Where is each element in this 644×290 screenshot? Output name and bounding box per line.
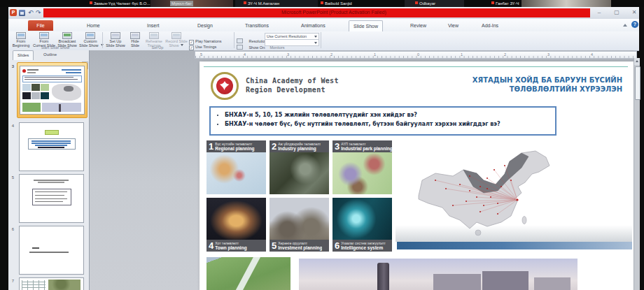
thumb-graphic <box>232 257 260 290</box>
question-bullet: БНХАУ-н чөлөөт бүс, бүс нутгийн төлөвлөл… <box>225 119 555 129</box>
thumb-graphic <box>41 92 49 99</box>
resolution-setting: Resolution: <box>237 33 268 38</box>
scrollbar-thumb[interactable] <box>635 66 640 100</box>
ruler-number: 3 <box>287 52 289 57</box>
slide-thumbnail-4[interactable] <box>19 122 84 171</box>
thumb-graphic <box>38 147 64 148</box>
maximize-button[interactable]: ▢ <box>609 8 624 17</box>
planning-cell-intelligence[interactable]: 6 Ухаалаг систем хөгжүүлэлтIntelligence … <box>332 198 392 252</box>
slide-gradient-band <box>396 225 632 242</box>
ribbon-tab-transitions[interactable]: Transitions <box>241 20 273 31</box>
academy-logo <box>211 72 239 100</box>
participant-name: Ганбат ЗҮ-Ч <box>491 1 519 6</box>
slide-number: 3 <box>8 64 14 68</box>
thumb-graphic <box>22 103 41 112</box>
thumb-graphic <box>31 143 71 144</box>
thumb-graphic <box>31 84 40 91</box>
panel-tab-slides[interactable]: Slides <box>13 50 34 60</box>
slide-number: 6 <box>8 227 14 231</box>
slide-thumbnail-7[interactable] <box>19 277 84 290</box>
thumb-graphic <box>41 84 49 91</box>
org-name[interactable]: China Academy of West Region Development <box>246 76 339 94</box>
building-graphic <box>534 277 570 290</box>
planning-cell-regional[interactable]: 1 Бүс нутгийн төлөвлөлтRegional planning <box>206 140 266 194</box>
monitor-icon <box>85 32 95 39</box>
thumb-graphic <box>42 103 81 112</box>
eco-city-photo[interactable] <box>206 257 290 290</box>
slide-thumbnail-5[interactable] <box>19 174 84 223</box>
ruler-number: 2 <box>504 52 506 57</box>
ribbon-slide-show: From Beginning From Current Slide Broadc… <box>8 31 639 51</box>
planning-label: 4 Хот төлөвлөлтTown planning <box>206 240 266 252</box>
dropdown-arrow-icon <box>314 36 317 38</box>
slide-thumbnail-6[interactable] <box>19 226 84 275</box>
participant-name: Odbayar <box>415 1 435 6</box>
hide-slide-icon <box>130 32 140 39</box>
group-label-monitors: Monitors <box>237 45 318 50</box>
question-box[interactable]: БНХАУ-н 5, 10, 15 жилийн төлөвлөлтүүдийг… <box>209 106 556 136</box>
building-graphic <box>482 271 528 290</box>
timer-icon <box>149 32 159 39</box>
planning-cell-investment[interactable]: 5 Хөрөнгө оруулалтInvestment planning <box>270 198 329 252</box>
logo-emblem <box>216 78 233 94</box>
thumb-graphic <box>66 72 81 73</box>
record-icon <box>172 32 181 39</box>
ruler-number: 5 <box>200 52 202 57</box>
thumb-graphic <box>31 140 71 142</box>
close-button[interactable]: ✕ <box>626 8 642 17</box>
city-skyline-photo[interactable] <box>299 259 578 290</box>
vertical-scrollbar[interactable] <box>634 58 640 290</box>
monitor-icon <box>16 32 26 39</box>
ribbon-tab-view[interactable]: View <box>444 20 463 31</box>
minimize-button[interactable]: – <box>592 8 607 17</box>
ribbon-tab-add-ins[interactable]: Add-Ins <box>477 20 503 31</box>
dropdown-arrow-icon <box>314 42 317 44</box>
planning-cell-town[interactable]: 4 Хот төлөвлөлтTown planning <box>206 198 266 252</box>
thumb-graphic <box>35 195 64 196</box>
ribbon-tab-review[interactable]: Review <box>406 20 430 31</box>
group-label-start-slide-show: Start Slide Show <box>10 45 101 50</box>
screen-edge-right <box>639 7 644 290</box>
slide-thumbnail-3-selected[interactable] <box>17 62 88 118</box>
ribbon-tab-design[interactable]: Design <box>193 20 217 31</box>
thumb-graphic <box>45 130 59 135</box>
ruler-number: 2 <box>330 52 332 57</box>
slide-thumbnail-3[interactable] <box>20 66 85 115</box>
ribbon-tab-home[interactable]: Home <box>83 20 104 31</box>
planning-cell-industry[interactable]: 2 Аж үйлдвэрийн төлөвлөлтIndustry planni… <box>270 140 329 194</box>
ruler-number: 0 <box>417 52 419 57</box>
horizontal-ruler: 5 4 3 2 1 0 1 2 3 4 <box>195 51 637 59</box>
planning-cell-industrial-park[interactable]: 3 АҮП төлөвлөлтIndustrial park planning <box>332 140 392 194</box>
industry-planning-image <box>270 152 329 194</box>
ribbon-tab-file[interactable]: File <box>28 20 53 31</box>
building-graphic <box>433 274 481 290</box>
ruler-number: 1 <box>461 52 463 57</box>
thumb-graphic <box>27 72 36 73</box>
group-label-set-up: Set Up <box>105 45 210 50</box>
slide-title[interactable]: ХЯТАДЫН ХОЙД БА БАРУУН БҮСИЙН ТӨЛӨВЛӨЛТИ… <box>472 75 622 94</box>
save-icon[interactable] <box>19 10 25 16</box>
slide-blue-bar <box>397 242 632 249</box>
panel-tab-outline[interactable]: Outline <box>39 50 61 59</box>
investment-planning-image <box>270 198 329 240</box>
planning-label: 5 Хөрөнгө оруулалтInvestment planning <box>270 240 329 252</box>
collapse-ribbon-icon[interactable] <box>623 24 627 27</box>
use-timings-checkbox[interactable]: ✓Use Timings <box>189 38 216 44</box>
redo-icon[interactable]: ↷ <box>36 8 41 17</box>
ribbon-tab-slide-show[interactable]: Slide Show <box>349 20 383 32</box>
slide-editing-area[interactable]: China Academy of West Region Development… <box>200 61 634 290</box>
thumb-graphic <box>22 84 31 91</box>
slide-number: 4 <box>8 124 14 128</box>
video-call-bar: Замын-Үүд Чөлөөт бүс Б.О... Мүнхл-бат ЗҮ… <box>0 0 644 7</box>
ruler-number: 3 <box>547 52 550 57</box>
ribbon-tab-insert[interactable]: Insert <box>143 20 164 31</box>
ribbon-tab-animations[interactable]: Animations <box>297 20 330 31</box>
town-planning-image <box>206 198 266 240</box>
play-narrations-checkbox[interactable]: ✓Play Narrations <box>189 33 222 38</box>
slides-panel: Slides Outline 3 4 <box>8 50 90 290</box>
help-icon[interactable]: ? <box>631 21 638 28</box>
scroll-up-icon[interactable] <box>634 58 640 65</box>
planning-label: 3 АҮП төлөвлөлтIndustrial park planning <box>332 140 392 152</box>
tower-graphic <box>377 263 389 290</box>
undo-icon[interactable]: ↶ <box>28 8 34 17</box>
